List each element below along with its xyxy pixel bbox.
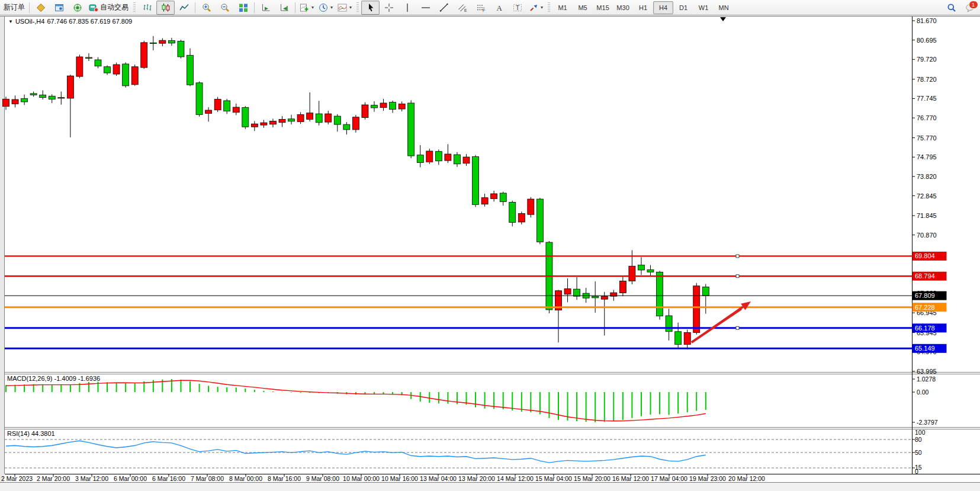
chart-shift-button[interactable] bbox=[275, 1, 293, 15]
chart-canvas[interactable]: 81.67080.69579.72078.72077.74576.77075.7… bbox=[0, 0, 980, 491]
line-chart-icon bbox=[179, 3, 189, 12]
dropdown-caret-icon: ▾ bbox=[330, 5, 333, 10]
draw-text-label-button[interactable]: T bbox=[508, 1, 526, 15]
timeframe-mn-button[interactable]: MN bbox=[714, 1, 734, 14]
time-tick-label: 8 Mar 00:00 bbox=[229, 475, 262, 482]
timeframe-m15-button[interactable]: M15 bbox=[593, 1, 613, 14]
time-tick-label: 6 Mar 00:00 bbox=[114, 475, 147, 482]
price-tick-label: 73.820 bbox=[917, 173, 937, 180]
rsi-tick-label: 80 bbox=[915, 436, 922, 443]
price-tag-label: 66.178 bbox=[915, 325, 935, 332]
market-watch-button[interactable] bbox=[31, 1, 50, 15]
chart-symbol-title: USOil-,H4 bbox=[15, 18, 45, 25]
new-chart-button[interactable]: ▾ bbox=[297, 1, 316, 15]
candle-up bbox=[141, 43, 147, 68]
fibonacci-iconwrap: F bbox=[476, 3, 486, 12]
dropdown-caret-icon: ▾ bbox=[349, 5, 352, 10]
timeframe-d1-button-label: D1 bbox=[679, 4, 687, 11]
candle-up bbox=[601, 296, 608, 299]
search-icon bbox=[947, 3, 956, 12]
time-tick-label: 2 Mar 20:00 bbox=[37, 475, 70, 482]
zoom-in-button[interactable] bbox=[197, 1, 216, 15]
candle-up bbox=[205, 110, 212, 113]
candle-down bbox=[187, 55, 194, 85]
candle-down bbox=[675, 332, 682, 345]
draw-horizontal-line-button[interactable] bbox=[416, 1, 435, 15]
chart-title-row: ▼ USOil-,H4 67.746 67.835 67.619 67.809 bbox=[8, 18, 132, 25]
timeframe-w1-button[interactable]: W1 bbox=[693, 1, 714, 14]
candle-up bbox=[297, 114, 304, 121]
line-chart-button[interactable] bbox=[175, 1, 193, 15]
timeframe-m1-button[interactable]: M1 bbox=[552, 1, 573, 14]
toolbar-drag-handle[interactable] bbox=[133, 2, 136, 13]
new-order-button-label: 新订单 bbox=[4, 2, 25, 12]
new-order-button[interactable]: 新订单 bbox=[1, 1, 27, 15]
navigator-button[interactable] bbox=[68, 1, 86, 15]
data-window-button[interactable] bbox=[50, 1, 68, 15]
bar-chart-button[interactable] bbox=[138, 1, 156, 15]
price-tick-label: 76.770 bbox=[917, 114, 937, 121]
main-toolbar: 新订单自动交易▾▾▾EFAT▾M1M5M15M30H1H4D1W1MN1 bbox=[0, 0, 980, 15]
line-selection-handle[interactable] bbox=[736, 255, 739, 258]
timeframe-h4-button[interactable]: H4 bbox=[653, 1, 673, 14]
candlestick-icon bbox=[161, 3, 171, 12]
periods-button[interactable]: ▾ bbox=[316, 1, 335, 15]
notifications-button[interactable]: 1 bbox=[960, 1, 979, 15]
timeframe-m30-button[interactable]: M30 bbox=[613, 1, 633, 14]
time-tick-label: 16 Mar 12:00 bbox=[612, 475, 649, 482]
candle-down bbox=[666, 316, 672, 332]
vertical-line-iconwrap bbox=[403, 3, 412, 12]
text-icon: A bbox=[494, 3, 504, 12]
time-tick-label: 15 Mar 04:00 bbox=[535, 475, 572, 482]
draw-vertical-line-button[interactable] bbox=[398, 1, 416, 15]
price-tick-label: 71.845 bbox=[917, 212, 937, 219]
chart-collapse-icon[interactable]: ▼ bbox=[8, 19, 13, 24]
time-tick-label: 10 Mar 00:00 bbox=[343, 475, 380, 482]
indicators-button[interactable]: ▾ bbox=[335, 1, 354, 15]
timeframe-m5-button[interactable]: M5 bbox=[573, 1, 593, 14]
timeframe-h1-button[interactable]: H1 bbox=[633, 1, 653, 14]
auto-scroll-button[interactable] bbox=[256, 1, 275, 15]
horizontal-line-icon bbox=[421, 3, 430, 12]
rsi-tick-label: 50 bbox=[915, 449, 922, 456]
toolbar-drag-handle[interactable] bbox=[548, 2, 550, 13]
zoom-in-iconwrap bbox=[202, 3, 211, 12]
candle-down bbox=[574, 289, 580, 296]
price-tag-label: 67.228 bbox=[915, 304, 935, 311]
candle-down bbox=[40, 95, 46, 97]
draw-fibonacci-button[interactable]: F bbox=[471, 1, 490, 15]
candle-up bbox=[76, 57, 83, 76]
draw-crosshair-button[interactable] bbox=[380, 1, 398, 15]
timeframe-m5-button-label: M5 bbox=[578, 4, 587, 11]
draw-arrows-button[interactable]: ▾ bbox=[526, 1, 545, 15]
price-tick-label: 79.720 bbox=[917, 56, 937, 63]
timeframe-d1-button[interactable]: D1 bbox=[673, 1, 693, 14]
draw-text-button[interactable]: A bbox=[490, 1, 508, 15]
data-window-icon bbox=[54, 3, 64, 12]
svg-text:F: F bbox=[483, 8, 485, 12]
draw-equidistant-channel-button[interactable]: E bbox=[453, 1, 471, 15]
draw-trendline-button[interactable] bbox=[435, 1, 453, 15]
zoom-out-button[interactable] bbox=[216, 1, 234, 15]
candle-up bbox=[380, 103, 387, 108]
timeframe-w1-button-label: W1 bbox=[699, 4, 709, 11]
auto-trading-button[interactable]: 自动交易 bbox=[86, 1, 131, 15]
notification-count-badge: 1 bbox=[969, 1, 978, 9]
line-selection-handle[interactable] bbox=[736, 275, 739, 278]
data-window-iconwrap bbox=[54, 3, 64, 12]
candle-down bbox=[408, 103, 415, 156]
candle-up bbox=[445, 154, 451, 161]
tile-windows-button[interactable] bbox=[234, 1, 252, 15]
search-button[interactable] bbox=[942, 1, 960, 15]
bar-chart-icon bbox=[143, 3, 152, 12]
candlestick-button[interactable] bbox=[156, 1, 175, 15]
line-selection-handle[interactable] bbox=[736, 326, 739, 329]
draw-cursor-button[interactable] bbox=[361, 1, 380, 15]
price-tick-label: 75.770 bbox=[917, 134, 937, 142]
candle-down bbox=[657, 272, 663, 316]
equidistant-channel-iconwrap: E bbox=[458, 3, 467, 12]
dropdown-caret-icon: ▾ bbox=[541, 5, 543, 10]
time-tick-label: 17 Mar 04:00 bbox=[651, 475, 687, 482]
candle-down bbox=[536, 199, 543, 242]
toolbar-drag-handle[interactable] bbox=[356, 2, 359, 13]
